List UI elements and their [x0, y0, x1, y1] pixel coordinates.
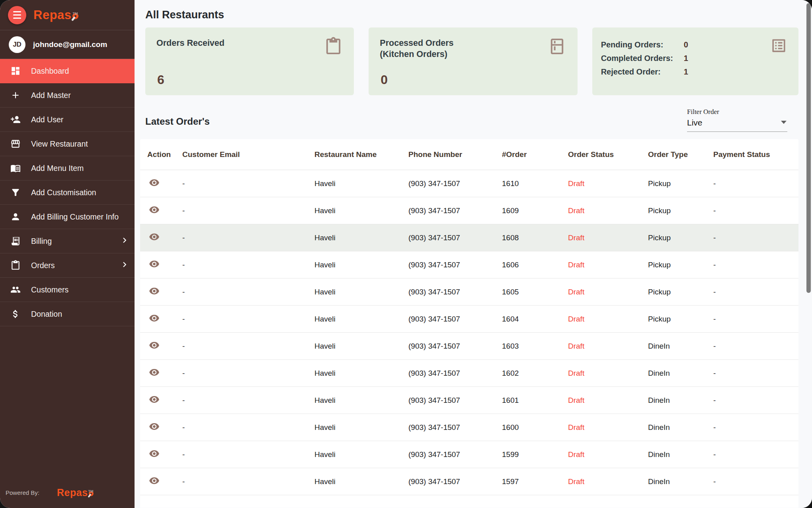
view-order-button[interactable]	[148, 421, 160, 433]
cell-phone-number: (903) 347-1507	[408, 206, 502, 215]
eye-icon	[149, 177, 160, 188]
table-header-row: Action Customer Email Restaurant Name Ph…	[140, 139, 798, 170]
sidebar-item-add-user[interactable]: Add User	[0, 108, 135, 132]
view-order-button[interactable]	[148, 367, 160, 379]
cell-restaurant-name: Haveli	[314, 179, 408, 188]
eye-icon	[149, 448, 160, 459]
cell-restaurant-name: Haveli	[314, 396, 408, 405]
cell-order-number: 1604	[502, 315, 568, 324]
col-order-number: #Order	[502, 150, 568, 159]
cell-order-type: DineIn	[648, 369, 713, 378]
cell-restaurant-name: Haveli	[314, 206, 408, 215]
menu-book-icon	[0, 163, 31, 173]
sidebar-item-customers[interactable]: Customers	[0, 278, 135, 302]
sidebar-item-view-restaurant[interactable]: View Restaurant	[0, 132, 135, 156]
table-row: - Haveli (903) 347-1507 1606 Draft Picku…	[140, 251, 798, 279]
view-order-button[interactable]	[148, 475, 160, 487]
filter-order-label: Filter Order	[687, 108, 787, 116]
eye-icon	[149, 286, 160, 296]
hamburger-menu-icon[interactable]	[8, 6, 26, 24]
cell-order-status: Draft	[568, 179, 648, 188]
person-icon	[0, 212, 31, 222]
dropdown-arrow-icon	[781, 121, 787, 124]
sidebar-item-add-menu-item[interactable]: Add Menu Item	[0, 156, 135, 180]
table-row: - Haveli (903) 347-1507 1597 Draft DineI…	[140, 468, 798, 495]
cell-customer-email: -	[182, 477, 314, 486]
sidebar-item-dashboard[interactable]: Dashboard	[0, 59, 135, 83]
cell-restaurant-name: Haveli	[314, 450, 408, 459]
view-order-button[interactable]	[148, 313, 160, 325]
eye-icon	[149, 475, 160, 486]
orders-summary-card: Pending Orders: 0 Completed Orders: 1 Re…	[592, 27, 798, 95]
dollar-icon	[0, 309, 31, 319]
cell-order-number: 1603	[502, 342, 568, 351]
eye-icon	[149, 204, 160, 215]
cell-phone-number: (903) 347-1507	[408, 342, 502, 351]
completed-orders-value: 1	[684, 54, 688, 63]
table-row: - Haveli (903) 347-1507 1600 Draft DineI…	[140, 414, 798, 441]
cell-phone-number: (903) 347-1507	[408, 288, 502, 296]
receipt-icon	[0, 236, 31, 246]
filter-order-value[interactable]: Live	[687, 116, 787, 132]
clipboard-icon	[324, 37, 343, 57]
view-order-button[interactable]	[148, 259, 160, 271]
col-order-status: Order Status	[568, 150, 648, 159]
sidebar-item-donation[interactable]: Donation	[0, 302, 135, 326]
cell-phone-number: (903) 347-1507	[408, 179, 502, 188]
cell-restaurant-name: Haveli	[314, 315, 408, 324]
sidebar-item-orders[interactable]: Orders	[0, 253, 135, 278]
brand-logo-text: Repas	[33, 8, 72, 22]
people-icon	[0, 284, 31, 295]
table-row: - Haveli (903) 347-1507 1610 Draft Picku…	[140, 170, 798, 197]
cell-restaurant-name: Haveli	[314, 342, 408, 351]
cell-order-number: 1602	[502, 369, 568, 378]
avatar: JD	[9, 36, 25, 53]
sidebar-item-add-customisation[interactable]: Add Customisation	[0, 180, 135, 205]
view-order-button[interactable]	[148, 286, 160, 298]
col-phone-number: Phone Number	[408, 150, 502, 159]
table-row: - Haveli (903) 347-1507 1599 Draft DineI…	[140, 441, 798, 468]
cell-restaurant-name: Haveli	[314, 288, 408, 296]
table-row: - Haveli (903) 347-1507 1602 Draft DineI…	[140, 360, 798, 387]
view-order-button[interactable]	[148, 231, 160, 243]
rejected-order-row: Rejected Order: 1	[601, 67, 787, 76]
view-order-button[interactable]	[148, 177, 160, 189]
vertical-scrollbar[interactable]	[806, 3, 811, 293]
cell-customer-email: -	[182, 396, 314, 405]
view-order-button[interactable]	[148, 448, 160, 460]
cell-order-status: Draft	[568, 396, 648, 405]
filter-order-dropdown[interactable]: Filter Order Live	[687, 108, 787, 132]
cell-order-type: Pickup	[648, 233, 713, 242]
cell-phone-number: (903) 347-1507	[408, 369, 502, 378]
cell-order-status: Draft	[568, 261, 648, 269]
eye-icon	[149, 394, 160, 405]
footer-magnifier-icon: TM	[89, 491, 94, 496]
sidebar-item-add-billing-customer-info[interactable]: Add Billing Customer Info	[0, 205, 135, 229]
cell-payment-status: -	[713, 288, 798, 296]
cell-order-number: 1599	[502, 450, 568, 459]
cell-restaurant-name: Haveli	[314, 369, 408, 378]
cell-order-status: Draft	[568, 315, 648, 324]
cell-phone-number: (903) 347-1507	[408, 423, 502, 432]
chevron-right-icon	[119, 259, 130, 271]
cell-customer-email: -	[182, 450, 314, 459]
sidebar-item-add-master[interactable]: Add Master	[0, 83, 135, 108]
processed-orders-card: Processed Orders (Kitchen Orders) 0	[369, 27, 577, 95]
table-body: - Haveli (903) 347-1507 1610 Draft Picku…	[140, 170, 798, 495]
cell-payment-status: -	[713, 179, 798, 188]
rejected-order-value: 1	[684, 67, 688, 76]
view-order-button[interactable]	[148, 204, 160, 216]
sidebar-item-billing[interactable]: Billing	[0, 229, 135, 253]
cell-order-number: 1601	[502, 396, 568, 405]
brand-logo: Repas TM	[33, 8, 78, 22]
cell-payment-status: -	[713, 261, 798, 269]
cell-order-number: 1610	[502, 179, 568, 188]
user-row: JD johndoe@gmail.com	[0, 30, 135, 59]
main-content: All Restaurants Orders Received 6 Proces…	[135, 0, 812, 508]
cell-phone-number: (903) 347-1507	[408, 396, 502, 405]
view-order-button[interactable]	[148, 340, 160, 352]
view-order-button[interactable]	[148, 394, 160, 406]
sidebar-nav: Dashboard Add Master Add User View Resta…	[0, 59, 135, 508]
col-payment-status: Payment Status	[713, 150, 798, 159]
cell-phone-number: (903) 347-1507	[408, 450, 502, 459]
